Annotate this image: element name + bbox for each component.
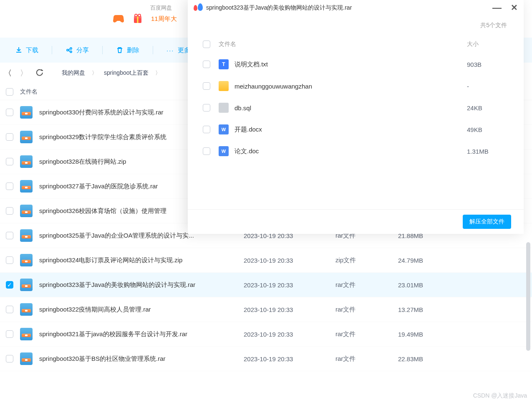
delete-label: 删除 <box>127 46 139 54</box>
share-label: 分享 <box>76 46 89 54</box>
panel-file-size: 24KB <box>467 104 509 112</box>
row-checkbox[interactable] <box>6 281 13 289</box>
archive-icon <box>20 303 33 316</box>
share-button[interactable]: 分享 <box>59 44 96 57</box>
panel-file-name: 开题.docx <box>234 126 467 134</box>
archive-icon <box>20 180 33 193</box>
archive-icon <box>20 106 33 119</box>
panel-file-row[interactable]: 说明文档.txt 903B <box>203 53 509 75</box>
minimize-icon[interactable]: — <box>492 3 502 13</box>
panel-file-size: 49KB <box>467 126 509 133</box>
panel-title: springboot323基于Java的美妆购物网站的设计与实现.rar <box>206 4 489 12</box>
separator <box>52 46 52 54</box>
panel-row-checkbox[interactable] <box>203 104 210 112</box>
file-row[interactable]: springboot323基于Java的美妆购物网站的设计与实现.rar 202… <box>0 273 532 297</box>
promo-text[interactable]: 11周年大 <box>151 15 177 23</box>
breadcrumb-folder[interactable]: springboot上百套 <box>104 69 149 77</box>
row-checkbox[interactable] <box>6 109 13 116</box>
back-icon[interactable]: 〈 <box>4 68 12 78</box>
file-row[interactable]: springboot321基于java的校园服务平台设计与开发.rar 2023… <box>0 322 532 347</box>
panel-file-size: 1.31MB <box>467 148 509 155</box>
gift-icon[interactable] <box>132 13 144 25</box>
panel-titlebar: springboot323基于Java的美妆购物网站的设计与实现.rar — ✕ <box>188 0 524 16</box>
panel-column-size: 大小 <box>467 41 509 48</box>
panel-row-checkbox[interactable] <box>203 61 210 68</box>
row-checkbox[interactable] <box>6 232 13 239</box>
download-label: 下载 <box>26 46 38 54</box>
file-type: rar文件 <box>335 330 398 338</box>
row-checkbox[interactable] <box>6 306 13 313</box>
delete-button[interactable]: 删除 <box>109 44 146 57</box>
row-checkbox[interactable] <box>6 182 13 190</box>
select-all-checkbox[interactable] <box>6 88 13 96</box>
row-checkbox[interactable] <box>6 207 13 215</box>
file-row[interactable]: springboot324电影订票及评论网站的设计与实现.zip 2023-10… <box>0 248 532 273</box>
separator <box>153 46 153 54</box>
svg-rect-2 <box>137 16 139 23</box>
archive-icon <box>20 131 33 143</box>
file-name: springboot321基于java的校园服务平台设计与开发.rar <box>39 330 244 338</box>
file-date: 2023-10-19 20:33 <box>244 257 335 264</box>
archive-icon <box>20 352 33 365</box>
refresh-icon[interactable] <box>36 69 43 78</box>
svg-point-3 <box>135 14 137 17</box>
archive-icon <box>20 155 33 168</box>
row-checkbox[interactable] <box>6 256 13 264</box>
file-row[interactable]: springboot320基于BS的社区物业管理系统.rar 2023-10-1… <box>0 347 532 371</box>
file-row[interactable]: springboot322疫情期间高校人员管理.rar 2023-10-19 2… <box>0 297 532 322</box>
archive-preview-panel: springboot323基于Java的美妆购物网站的设计与实现.rar — ✕… <box>188 0 524 234</box>
svg-point-7 <box>70 51 72 53</box>
panel-footer: 解压全部文件 <box>188 209 524 234</box>
file-name: springboot320基于BS的社区物业管理系统.rar <box>39 355 244 363</box>
panel-file-row[interactable]: db.sql 24KB <box>203 97 509 119</box>
panel-column-name: 文件名 <box>219 41 467 48</box>
panel-row-checkbox[interactable] <box>203 82 210 90</box>
file-type: zip文件 <box>335 256 398 264</box>
panel-file-size: 903B <box>467 61 509 68</box>
panel-file-name: 说明文档.txt <box>234 61 467 68</box>
file-date: 2023-10-19 20:33 <box>244 355 335 362</box>
archive-icon <box>20 254 33 266</box>
panel-file-row[interactable]: meizhaunggouwuwangzhan - <box>203 75 509 97</box>
panel-file-name: 论文.doc <box>234 147 467 155</box>
svg-point-5 <box>67 49 68 51</box>
archive-icon <box>20 279 33 291</box>
file-type: rar文件 <box>335 281 398 289</box>
app-label: 百度网盘 <box>150 4 172 12</box>
download-button[interactable]: 下载 <box>8 44 45 57</box>
file-type: rar文件 <box>335 355 398 363</box>
folder-icon <box>219 81 229 91</box>
breadcrumb-root[interactable]: 我的网盘 <box>62 69 85 77</box>
file-name: springboot324电影订票及评论网站的设计与实现.zip <box>39 256 244 264</box>
panel-select-all-checkbox[interactable] <box>203 41 210 48</box>
row-checkbox[interactable] <box>6 158 13 165</box>
row-checkbox[interactable] <box>6 355 13 362</box>
extract-all-button[interactable]: 解压全部文件 <box>463 215 511 229</box>
archive-icon <box>20 328 33 340</box>
panel-file-row[interactable]: 论文.doc 1.31MB <box>203 140 509 162</box>
watermark: CSDN @入迷接Java <box>473 392 527 400</box>
panel-row-checkbox[interactable] <box>203 147 210 155</box>
close-icon[interactable]: ✕ <box>511 3 518 13</box>
file-size: 24.79MB <box>398 257 448 264</box>
game-icon[interactable] <box>113 13 124 25</box>
baidu-logo-icon <box>194 3 203 13</box>
file-type: rar文件 <box>335 306 398 314</box>
file-date: 2023-10-19 20:33 <box>244 331 335 338</box>
file-date: 2023-10-19 20:33 <box>244 306 335 313</box>
archive-icon <box>20 205 33 217</box>
txt-icon <box>219 59 229 69</box>
row-checkbox[interactable] <box>6 330 13 338</box>
panel-file-row[interactable]: 开题.docx 49KB <box>203 119 509 140</box>
file-name: springboot323基于Java的美妆购物网站的设计与实现.rar <box>39 281 244 289</box>
forward-icon[interactable]: 〉 <box>20 68 28 78</box>
scrollbar[interactable] <box>526 242 530 351</box>
separator <box>102 46 103 54</box>
panel-row-checkbox[interactable] <box>203 126 210 133</box>
sql-icon <box>219 103 229 113</box>
svg-point-4 <box>138 14 141 17</box>
panel-file-size: - <box>467 83 509 90</box>
row-checkbox[interactable] <box>6 133 13 141</box>
doc-icon <box>219 124 229 134</box>
file-date: 2023-10-19 20:33 <box>244 281 335 289</box>
